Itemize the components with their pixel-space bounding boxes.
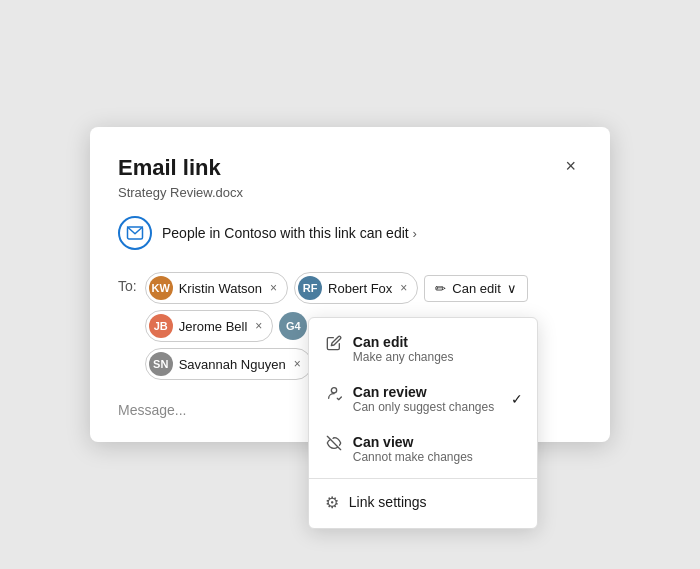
- permission-dropdown-button[interactable]: ✏ Can edit ∨: [424, 275, 527, 302]
- recipient-chip-savannah: SN Savannah Nguyen ×: [145, 348, 312, 380]
- can-review-content: Can review Can only suggest changes: [353, 384, 521, 414]
- recipient-chip-kristin: KW Kristin Watson ×: [145, 272, 288, 304]
- remove-jerome-button[interactable]: ×: [253, 320, 264, 332]
- recipient-chip-jerome: JB Jerome Bell ×: [145, 310, 274, 342]
- can-edit-content: Can edit Make any changes: [353, 334, 521, 364]
- avatar-jerome: JB: [149, 314, 173, 338]
- avatar-robert: RF: [298, 276, 322, 300]
- link-access-chevron: ›: [413, 226, 417, 241]
- can-view-title: Can view: [353, 434, 521, 450]
- remove-kristin-button[interactable]: ×: [268, 282, 279, 294]
- permission-dropdown-menu: Can edit Make any changes: [308, 317, 538, 529]
- permission-label: Can edit: [452, 281, 500, 296]
- recipient-name-robert: Robert Fox: [328, 281, 392, 296]
- avatar-kristin: KW: [149, 276, 173, 300]
- settings-icon: ⚙: [325, 493, 339, 512]
- can-edit-icon: [325, 335, 343, 355]
- dropdown-item-can-view[interactable]: Can view Cannot make changes: [309, 424, 537, 474]
- can-review-desc: Can only suggest changes: [353, 400, 521, 414]
- link-access-text: People in Contoso with this link can edi…: [162, 225, 417, 241]
- remove-savannah-button[interactable]: ×: [292, 358, 303, 370]
- recipient-chip-robert: RF Robert Fox ×: [294, 272, 418, 304]
- can-edit-title: Can edit: [353, 334, 521, 350]
- close-button[interactable]: ×: [559, 155, 582, 177]
- can-review-check: ✓: [511, 391, 523, 407]
- permission-wrapper: ✏ Can edit ∨: [424, 275, 527, 302]
- can-review-icon: [325, 385, 343, 405]
- dropdown-divider: [309, 478, 537, 479]
- dropdown-item-can-review[interactable]: Can review Can only suggest changes ✓: [309, 374, 537, 424]
- avatar-g4: G4: [279, 312, 307, 340]
- recipients-wrapper: KW Kristin Watson × RF Robert Fox × ✏ Ca…: [145, 272, 582, 380]
- can-view-icon: [325, 435, 343, 455]
- recipient-name-jerome: Jerome Bell: [179, 319, 248, 334]
- link-access-row[interactable]: People in Contoso with this link can edi…: [118, 216, 582, 250]
- link-access-icon: [118, 216, 152, 250]
- remove-robert-button[interactable]: ×: [398, 282, 409, 294]
- chevron-down-icon: ∨: [507, 281, 517, 296]
- message-placeholder: Message...: [118, 402, 186, 418]
- can-review-title: Can review: [353, 384, 521, 400]
- recipient-name-savannah: Savannah Nguyen: [179, 357, 286, 372]
- subtitle: Strategy Review.docx: [118, 185, 582, 200]
- to-label: To:: [118, 272, 137, 294]
- dropdown-link-settings[interactable]: ⚙ Link settings: [309, 483, 537, 522]
- can-view-content: Can view Cannot make changes: [353, 434, 521, 464]
- recipients-and-permission: KW Kristin Watson × RF Robert Fox × ✏ Ca…: [145, 272, 582, 380]
- edit-icon: ✏: [435, 281, 446, 296]
- can-view-desc: Cannot make changes: [353, 450, 521, 464]
- settings-label: Link settings: [349, 494, 427, 510]
- svg-point-1: [331, 387, 336, 392]
- recipient-name-kristin: Kristin Watson: [179, 281, 262, 296]
- dropdown-item-can-edit[interactable]: Can edit Make any changes: [309, 324, 537, 374]
- dialog-header: Email link ×: [118, 155, 582, 181]
- to-row: To: KW Kristin Watson × RF Robert Fox ×: [118, 272, 582, 380]
- email-link-dialog: Email link × Strategy Review.docx People…: [90, 127, 610, 442]
- dialog-title: Email link: [118, 155, 221, 181]
- avatar-savannah: SN: [149, 352, 173, 376]
- can-edit-desc: Make any changes: [353, 350, 521, 364]
